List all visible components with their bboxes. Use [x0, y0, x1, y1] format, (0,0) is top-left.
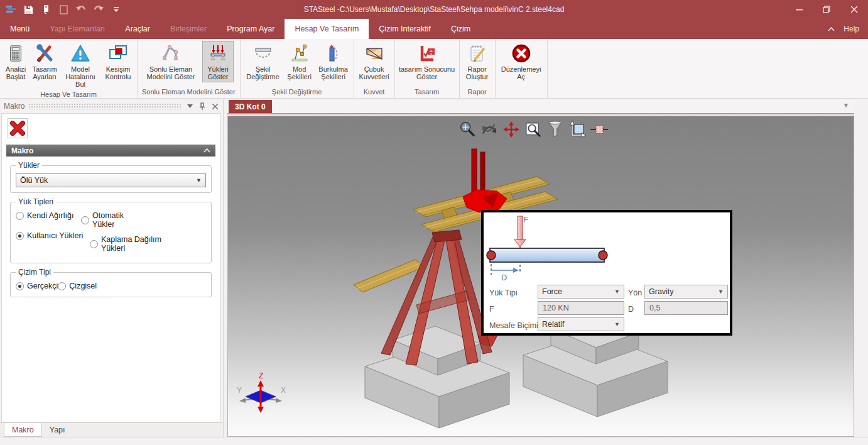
collapse-section-icon[interactable] [203, 148, 210, 153]
radio-kendi-agirligi[interactable]: Kendi Ağırlığı [16, 211, 81, 229]
chevron-down-icon: ▼ [718, 288, 724, 295]
panel-close-icon[interactable] [210, 102, 219, 111]
close-button[interactable] [840, 0, 868, 19]
burkulma-sekilleri-button[interactable]: Burkulma Şekilleri [315, 41, 352, 82]
undo-icon[interactable] [75, 4, 87, 15]
new-file-icon[interactable] [58, 4, 69, 15]
status-bar [0, 437, 868, 445]
radio-otomatik-yukler[interactable]: Otomatik Yükler [81, 211, 141, 229]
buckling-icon [323, 43, 344, 64]
app-logo-icon[interactable] [5, 4, 16, 15]
collapse-ribbon-icon[interactable] [828, 27, 835, 31]
panel-drag-grip[interactable] [28, 103, 182, 109]
distance-input[interactable]: 0,5 [644, 301, 728, 315]
rotate-view-icon[interactable] [480, 120, 499, 139]
tasarim-ayarlari-button[interactable]: Tasarım Ayarları [30, 41, 60, 82]
tab-birlesimler[interactable]: Birleşimler [160, 19, 217, 39]
support-right [599, 251, 607, 260]
radio-dot [90, 240, 98, 248]
rapor-olustur-button[interactable]: Rapor Oluştur [462, 41, 493, 82]
view-plane-icon[interactable] [568, 120, 587, 139]
kesisim-kontrolu-button[interactable]: Kesişim Kontrolu [101, 41, 135, 82]
force-field-label: F [489, 305, 494, 314]
distance-format-label: Mesafe Biçimi [489, 321, 538, 330]
viewport-canvas[interactable]: Z Y X [227, 116, 854, 437]
zoom-extents-icon[interactable] [458, 120, 477, 139]
tab-program-ayar[interactable]: Program Ayar [217, 19, 285, 39]
print-icon[interactable] [40, 4, 52, 15]
zoom-window-icon[interactable] [524, 120, 543, 139]
radio-kaplama-dagilim-yukleri[interactable]: Kaplama Dağılım Yükleri [90, 235, 184, 253]
design-result-icon: xy [416, 43, 438, 64]
panel-menu-arrow-icon[interactable] [185, 102, 194, 111]
beam [490, 248, 604, 262]
intersection-icon [107, 43, 129, 64]
panel-pin-icon[interactable] [198, 102, 207, 111]
tab-cizim-interaktif[interactable]: Çizim Interaktif [369, 19, 441, 39]
ribbon-group-kuvvet: Çubuk Kuvvetleri Kuvvet [354, 39, 395, 98]
tab-araclar[interactable]: Araçlar [115, 19, 160, 39]
ribbon-group-duzenleme: Düzenlemeyi Aç [496, 39, 548, 98]
viewport-tab-3d-kot-0[interactable]: 3D Kot 0 [229, 100, 272, 113]
radio-dot [16, 282, 24, 290]
beam-diagram: F D [484, 212, 730, 282]
radio-gercekci[interactable]: Gerçekçi [16, 282, 58, 290]
ribbon: Analizi Başlat Tasarım Ayarları Model Ha… [0, 39, 868, 99]
radio-cizgisel[interactable]: Çizgisel [58, 282, 97, 290]
tab-cizim[interactable]: Çizim [441, 19, 480, 39]
load-case-select[interactable]: Ölü Yük ▼ [16, 173, 206, 187]
save-icon[interactable] [23, 4, 34, 15]
tab-list-dropdown-icon[interactable]: ▼ [843, 102, 849, 109]
delete-macro-button[interactable] [8, 118, 28, 138]
fem-model-icon [160, 43, 182, 64]
axes-triad: Z Y X [237, 371, 286, 413]
window-title: STASteel -C:\Users\Mustafa\Desktop\StaSt… [0, 5, 868, 14]
customize-qat-icon[interactable] [111, 4, 122, 15]
tab-yapi-elemanlari[interactable]: Yapı Elemanları [40, 19, 115, 39]
tasarim-sonucunu-goster-button[interactable]: xy tasarım Sonucunu Göster [397, 41, 457, 82]
macro-panel: Makro Makro [0, 99, 224, 437]
model-hatalarini-bul-button[interactable]: Model Hatalarını Bul [60, 41, 101, 90]
load-types-groupbox: Yük Tipleri Kendi Ağırlığı Otomatik Yükl… [10, 202, 212, 263]
distance-format-select[interactable]: Relatif▼ [538, 317, 624, 331]
tab-makro[interactable]: Makro [4, 423, 42, 437]
tab-yapi[interactable]: Yapı [42, 423, 73, 437]
loads-groupbox: Yükler Ölü Yük ▼ [10, 165, 212, 193]
warning-triangle-icon [70, 43, 91, 64]
minimize-button[interactable] [785, 0, 813, 19]
calculator-icon [5, 43, 26, 64]
deformation-icon [252, 43, 274, 64]
force-input[interactable]: 120 KN [538, 301, 624, 315]
yukleri-goster-button[interactable]: Yükleri Göster [202, 41, 234, 82]
ribbon-group-label: Kuvvet [356, 87, 393, 98]
direction-select[interactable]: Gravity▼ [644, 285, 728, 299]
tab-hesap-ve-tasarim[interactable]: Hesap Ve Tasarım [285, 19, 369, 39]
load-type-select[interactable]: Force▼ [538, 285, 624, 299]
svg-text:y: y [430, 52, 432, 55]
help-link[interactable]: Help [844, 25, 859, 33]
red-cross-icon [10, 121, 25, 136]
support-left [487, 251, 496, 260]
axis-x-label: X [281, 386, 286, 395]
radio-dot [16, 212, 24, 220]
ribbon-group-label: Şekil Değiştirme [242, 87, 352, 98]
cubuk-kuvvetleri-button[interactable]: Çubuk Kuvvetleri [356, 41, 393, 82]
redo-icon[interactable] [93, 4, 104, 15]
section-icon[interactable] [590, 120, 609, 139]
sekil-degistirme-button[interactable]: Şekil Değiştirme [242, 41, 284, 82]
analizi-baslat-button[interactable]: Analizi Başlat [2, 41, 30, 82]
ribbon-group-label: Sonlu Eleman Modelini Göster [139, 87, 238, 98]
filter-icon[interactable] [546, 120, 565, 139]
mod-sekilleri-button[interactable]: Mod Şekilleri [284, 41, 315, 82]
pan-icon[interactable] [502, 120, 521, 139]
radio-kullanici-yukleri[interactable]: Kullanıcı Yükleri [16, 231, 90, 253]
sonlu-eleman-modelini-goster-button[interactable]: Sonlu Eleman Modelini Göster [139, 41, 202, 82]
chevron-down-icon: ▼ [614, 321, 620, 327]
macro-panel-body: Makro Yükler Ölü Yük ▼ Yük Tipleri Kendi… [1, 113, 220, 422]
macro-section-header[interactable]: Makro [6, 145, 215, 157]
radio-dot [58, 282, 66, 290]
tab-menu[interactable]: Menü [0, 19, 40, 39]
report-notepad-icon [467, 43, 488, 64]
duzenlemeyi-ac-button[interactable]: Düzenlemeyi Aç [497, 41, 545, 82]
restore-button[interactable] [813, 0, 840, 19]
